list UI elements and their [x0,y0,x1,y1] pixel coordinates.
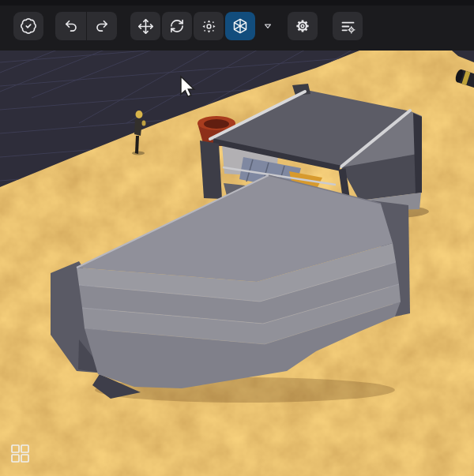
rotate-tool-icon [169,18,185,34]
list-options-icon [340,18,356,35]
toolbar [0,0,474,51]
badge-check-button[interactable] [13,12,43,40]
toolbar-top-strip [0,0,474,6]
rotate-tool-button[interactable] [162,12,192,40]
list-options-button[interactable] [333,12,363,40]
redo-button[interactable] [87,12,117,40]
move-tool-button[interactable] [130,12,160,40]
redo-icon [94,18,110,34]
undo-icon [63,18,79,34]
undo-button[interactable] [55,12,86,40]
transform-cube-icon [231,17,249,35]
transform-cube-button[interactable] [225,12,255,40]
scale-tool-button[interactable] [194,12,224,40]
settings-gear-icon [294,17,311,35]
dropdown-triangle-icon [261,20,274,32]
tool-dropdown-button[interactable] [258,12,278,40]
settings-button[interactable] [288,12,318,40]
move-tool-icon [137,18,154,35]
viewport-3d[interactable] [0,51,474,476]
badge-check-icon [20,17,37,35]
3d-editor-window [0,0,474,476]
scale-tool-icon [201,18,217,35]
